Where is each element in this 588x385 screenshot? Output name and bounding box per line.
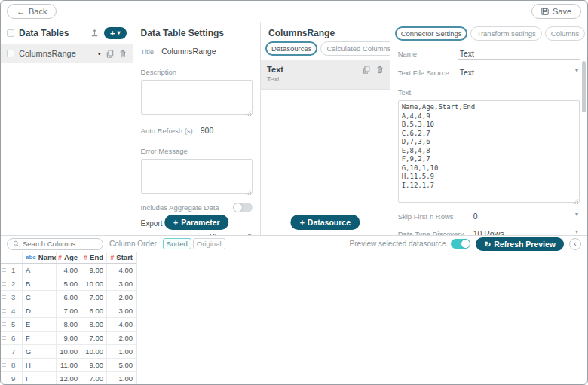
cell-end: 6.00 bbox=[81, 304, 107, 318]
row-number: 6 bbox=[8, 332, 23, 345]
add-parameter-button[interactable]: + Parameter bbox=[164, 215, 229, 230]
refresh-preview-button[interactable]: ↻ Refresh Preview bbox=[476, 237, 564, 251]
trash-icon[interactable] bbox=[376, 66, 384, 74]
row-grip[interactable] bbox=[1, 318, 8, 332]
back-button[interactable]: ← Back bbox=[7, 4, 57, 19]
datasources-panel-title: ColumnsRange bbox=[268, 28, 382, 38]
tab-transform-settings[interactable]: Transform settings bbox=[470, 26, 541, 41]
description-textarea[interactable] bbox=[141, 80, 253, 115]
row-grip[interactable] bbox=[1, 277, 8, 291]
datasource-list-item[interactable]: Text Text bbox=[261, 60, 390, 90]
row-grip[interactable] bbox=[1, 264, 8, 277]
row-grip[interactable] bbox=[1, 345, 8, 359]
skip-rows-select[interactable]: 0 bbox=[472, 211, 580, 222]
plus-icon: + bbox=[300, 218, 305, 227]
table-header-row: abc Name # Age # End # Start bbox=[1, 252, 136, 264]
tab-calculated-columns[interactable]: Calculated Columns bbox=[320, 41, 390, 56]
data-table-list-item[interactable]: ColumnsRange • bbox=[1, 44, 133, 63]
chevron-down-icon: ▾ bbox=[118, 29, 121, 36]
copy-icon[interactable] bbox=[363, 66, 370, 74]
preview-table-area: abc Name # Age # End # Start 1 A bbox=[1, 252, 587, 385]
trash-icon[interactable] bbox=[119, 50, 127, 58]
table-row[interactable]: 4 D 7.00 6.00 3.00 bbox=[1, 304, 136, 318]
select-all-checkbox[interactable] bbox=[7, 29, 14, 37]
name-input[interactable] bbox=[458, 48, 580, 60]
column-header-age[interactable]: # Age bbox=[57, 252, 81, 263]
numeric-type-icon: # bbox=[58, 254, 62, 261]
cell-age: 6.00 bbox=[57, 291, 81, 304]
column-order-label: Column Order bbox=[109, 240, 157, 248]
table-row[interactable]: 2 B 5.00 10.00 3.00 bbox=[1, 277, 136, 291]
row-grip[interactable] bbox=[1, 359, 8, 372]
save-button[interactable]: Save bbox=[531, 4, 581, 19]
name-label: Name bbox=[398, 50, 452, 58]
table-row[interactable]: 1 A 4.00 9.00 4.00 bbox=[1, 264, 136, 277]
cell-end: 7.00 bbox=[81, 372, 107, 385]
save-icon bbox=[541, 8, 549, 15]
table-row[interactable]: 7 G 10.00 10.00 1.00 bbox=[1, 345, 136, 359]
table-row[interactable]: 6 F 9.00 7.00 2.00 bbox=[1, 332, 136, 345]
column-header-name[interactable]: abc Name bbox=[23, 252, 57, 263]
row-grip[interactable] bbox=[1, 291, 8, 304]
cell-end: 10.00 bbox=[81, 345, 107, 359]
add-data-table-button[interactable]: + ▾ bbox=[104, 27, 126, 39]
error-message-textarea[interactable] bbox=[141, 159, 253, 194]
preview-toggle[interactable] bbox=[451, 239, 470, 249]
table-row[interactable]: 8 H 11.00 9.00 5.00 bbox=[1, 359, 136, 372]
type-discovery-select[interactable]: 10 Rows bbox=[472, 228, 580, 235]
search-box[interactable] bbox=[7, 238, 103, 250]
back-label: Back bbox=[29, 7, 47, 16]
error-message-label: Error Message bbox=[141, 147, 188, 155]
data-tables-header: Data Tables + ▾ bbox=[1, 22, 133, 44]
tab-datasources[interactable]: Datasources bbox=[265, 41, 317, 56]
chevron-left-icon: ‹ bbox=[574, 240, 576, 248]
cell-name: B bbox=[23, 277, 57, 291]
cell-age: 7.00 bbox=[57, 304, 81, 318]
refresh-icon: ↻ bbox=[484, 240, 491, 249]
data-table-name: ColumnsRange bbox=[19, 49, 76, 58]
grip-header bbox=[1, 252, 8, 263]
cell-age: 4.00 bbox=[57, 264, 81, 277]
copy-icon[interactable] bbox=[106, 50, 114, 58]
title-input[interactable] bbox=[160, 46, 253, 57]
cell-age: 11.00 bbox=[57, 359, 81, 372]
row-number: 2 bbox=[8, 277, 23, 291]
cell-name: C bbox=[23, 291, 57, 304]
aggregate-toggle[interactable] bbox=[233, 203, 253, 212]
row-number: 8 bbox=[8, 359, 23, 372]
row-grip[interactable] bbox=[1, 332, 8, 345]
preview-toolbar: Column Order Sorted Original Preview sel… bbox=[1, 235, 587, 252]
upload-icon[interactable] bbox=[90, 29, 99, 37]
table-row[interactable]: 5 E 8.00 8.00 4.00 bbox=[1, 318, 136, 332]
row-grip[interactable] bbox=[1, 304, 8, 318]
search-columns-input[interactable] bbox=[23, 240, 97, 248]
text-type-icon: abc bbox=[26, 254, 36, 261]
skip-rows-label: Skip First n Rows bbox=[398, 212, 466, 221]
original-button[interactable]: Original bbox=[193, 238, 225, 249]
cell-start: 5.00 bbox=[107, 359, 136, 372]
auto-refresh-input[interactable] bbox=[199, 125, 253, 136]
table-row[interactable]: 9 I 12.00 7.00 1.00 bbox=[1, 372, 136, 385]
row-number: 4 bbox=[8, 304, 23, 318]
cell-age: 12.00 bbox=[57, 372, 81, 385]
preview-selected-label: Preview selected datasource bbox=[350, 240, 446, 248]
file-source-select[interactable]: Text bbox=[458, 67, 580, 78]
collapse-panel-button[interactable]: ‹ bbox=[569, 238, 581, 250]
sorted-button[interactable]: Sorted bbox=[163, 238, 191, 249]
cell-name: D bbox=[23, 304, 57, 318]
tab-connector-settings[interactable]: Connector Settings bbox=[395, 26, 468, 41]
column-header-start[interactable]: # Start bbox=[107, 252, 136, 263]
add-datasource-button[interactable]: + Datasource bbox=[291, 215, 360, 230]
scrollbar[interactable] bbox=[582, 61, 586, 112]
text-data-textarea[interactable]: Name,Age,Start,End A,4,4,9 B,5,3,10 C,6,… bbox=[398, 100, 580, 203]
settings-title: Data Table Settings bbox=[141, 28, 253, 38]
cell-name: G bbox=[23, 345, 57, 359]
tab-columns[interactable]: Columns bbox=[545, 26, 586, 41]
column-header-end[interactable]: # End bbox=[81, 252, 107, 263]
plus-icon: + bbox=[173, 218, 178, 227]
include-columns-select[interactable]: All bbox=[206, 232, 253, 235]
item-checkbox[interactable] bbox=[7, 50, 14, 57]
preview-table: abc Name # Age # End # Start 1 A bbox=[1, 252, 137, 385]
table-row[interactable]: 3 C 6.00 7.00 2.00 bbox=[1, 291, 136, 304]
row-grip[interactable] bbox=[1, 372, 8, 385]
